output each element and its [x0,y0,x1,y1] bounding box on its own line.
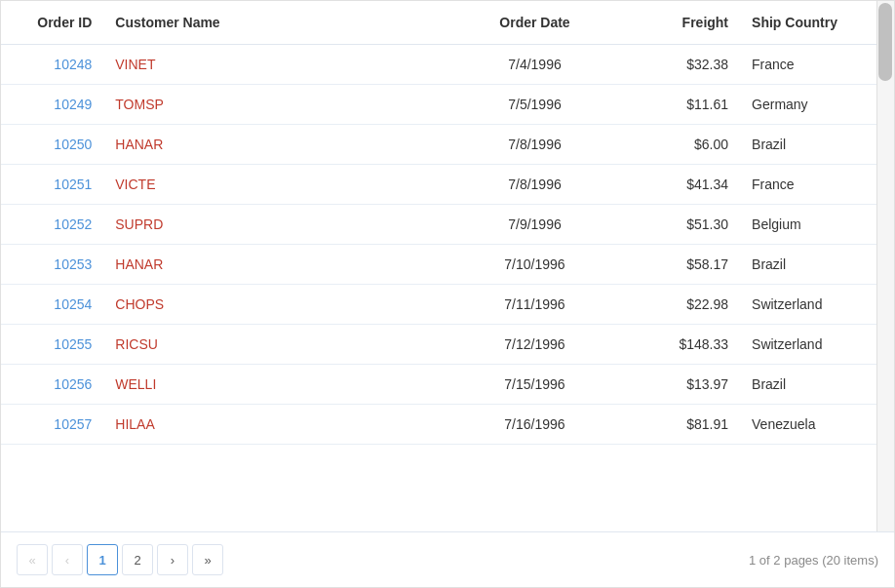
cell-ship_country: Brazil [740,245,894,285]
table-header-row: Order ID Customer Name Order Date Freigh… [1,1,894,45]
scrollbar[interactable] [876,1,894,531]
table-row: 10255RICSU7/12/1996$148.33Switzerland [1,325,894,365]
cell-ship_country: France [740,45,894,85]
table-row: 10253HANAR7/10/1996$58.17Brazil [1,245,894,285]
table-row: 10251VICTE7/8/1996$41.34France [1,165,894,205]
next-page-button[interactable]: › [157,544,188,575]
cell-order_id: 10254 [1,285,103,325]
cell-customer_name: VINET [103,45,452,85]
cell-freight: $148.33 [617,325,740,365]
col-header-customer-name: Customer Name [103,1,452,45]
cell-order_id: 10251 [1,165,103,205]
cell-freight: $11.61 [617,85,740,125]
cell-order_id: 10249 [1,85,103,125]
cell-freight: $41.34 [617,165,740,205]
cell-order_date: 7/12/1996 [452,325,616,365]
cell-customer_name: VICTE [103,165,452,205]
table-wrapper: Order ID Customer Name Order Date Freigh… [1,1,894,531]
cell-ship_country: Belgium [740,205,894,245]
cell-order_date: 7/15/1996 [452,365,616,405]
col-header-order-id: Order ID [1,1,103,45]
table-row: 10256WELLI7/15/1996$13.97Brazil [1,365,894,405]
cell-ship_country: Switzerland [740,325,894,365]
cell-customer_name: WELLI [103,365,452,405]
cell-ship_country: Switzerland [740,285,894,325]
cell-order_date: 7/10/1996 [452,245,616,285]
orders-table: Order ID Customer Name Order Date Freigh… [1,1,894,445]
cell-order_date: 7/5/1996 [452,85,616,125]
prev-page-button[interactable]: ‹ [52,544,83,575]
cell-order_date: 7/11/1996 [452,285,616,325]
table-row: 10250HANAR7/8/1996$6.00Brazil [1,125,894,165]
first-page-button[interactable]: « [17,544,48,575]
cell-freight: $58.17 [617,245,740,285]
cell-order_id: 10256 [1,365,103,405]
table-row: 10252SUPRD7/9/1996$51.30Belgium [1,205,894,245]
main-container: Order ID Customer Name Order Date Freigh… [0,0,895,588]
cell-customer_name: SUPRD [103,205,452,245]
cell-ship_country: Brazil [740,365,894,405]
cell-ship_country: Germany [740,85,894,125]
cell-customer_name: RICSU [103,325,452,365]
table-row: 10257HILAA7/16/1996$81.91Venezuela [1,405,894,445]
cell-ship_country: Brazil [740,125,894,165]
col-header-ship-country: Ship Country [740,1,894,45]
cell-customer_name: HANAR [103,125,452,165]
col-header-freight: Freight [617,1,740,45]
col-header-order-date: Order Date [452,1,616,45]
cell-order_id: 10252 [1,205,103,245]
page-2-button[interactable]: 2 [122,544,153,575]
cell-order_date: 7/4/1996 [452,45,616,85]
table-row: 10248VINET7/4/1996$32.38France [1,45,894,85]
cell-order_date: 7/8/1996 [452,165,616,205]
cell-freight: $81.91 [617,405,740,445]
cell-ship_country: Venezuela [740,405,894,445]
table-row: 10249TOMSP7/5/1996$11.61Germany [1,85,894,125]
page-1-button[interactable]: 1 [87,544,118,575]
pagination-bar: « ‹ 1 2 › » 1 of 2 pages (20 items) [1,531,894,587]
cell-freight: $32.38 [617,45,740,85]
cell-order_id: 10255 [1,325,103,365]
cell-order_date: 7/16/1996 [452,405,616,445]
cell-freight: $51.30 [617,205,740,245]
cell-customer_name: HANAR [103,245,452,285]
cell-order_date: 7/8/1996 [452,125,616,165]
cell-order_id: 10257 [1,405,103,445]
cell-order_id: 10250 [1,125,103,165]
cell-freight: $13.97 [617,365,740,405]
cell-freight: $22.98 [617,285,740,325]
cell-customer_name: TOMSP [103,85,452,125]
table-row: 10254CHOPS7/11/1996$22.98Switzerland [1,285,894,325]
cell-order_id: 10248 [1,45,103,85]
cell-freight: $6.00 [617,125,740,165]
pagination-info: 1 of 2 pages (20 items) [749,553,878,568]
cell-order_id: 10253 [1,245,103,285]
cell-ship_country: France [740,165,894,205]
cell-customer_name: CHOPS [103,285,452,325]
last-page-button[interactable]: » [192,544,223,575]
pagination-controls: « ‹ 1 2 › » [17,544,223,575]
cell-order_date: 7/9/1996 [452,205,616,245]
scrollbar-thumb[interactable] [878,3,892,81]
cell-customer_name: HILAA [103,405,452,445]
